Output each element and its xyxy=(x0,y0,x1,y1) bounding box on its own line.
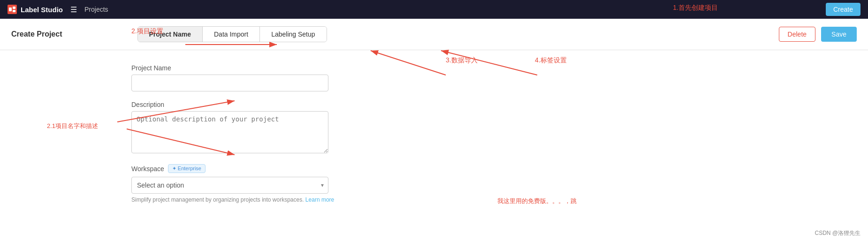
annotation-create-project: 1.首先创建项目 xyxy=(673,4,718,12)
learn-more-link[interactable]: Learn more xyxy=(305,196,334,203)
annotation-free-version: 我这里用的免费版。。。，跳 xyxy=(497,197,577,205)
help-text-content: Simplify project management by organizin… xyxy=(131,196,304,203)
tab-data-import[interactable]: Data Import xyxy=(203,27,260,42)
navbar-right: Create xyxy=(826,3,860,16)
csdn-watermark: CSDN @洛狸先生 xyxy=(815,229,860,237)
navbar-section: Projects xyxy=(84,6,108,13)
annotation-labeling-setup: 4.标签设置 xyxy=(535,56,567,65)
page-title: Create Project xyxy=(11,30,62,38)
tab-bar: Project Name Data Import Labeling Setup xyxy=(137,26,327,42)
form-area: Project Name Description Workspace ✦ Ent… xyxy=(0,50,422,226)
annotation-data-import: 3.数据导入 xyxy=(446,56,478,65)
enterprise-badge: ✦ Enterprise xyxy=(168,164,206,173)
save-button[interactable]: Save xyxy=(821,27,857,42)
description-group: Description xyxy=(131,101,422,155)
main-area: Create Project 2.项目设置 Project Name Data … xyxy=(0,19,868,241)
header-actions: Delete Save xyxy=(779,27,857,42)
tab-labeling-setup[interactable]: Labeling Setup xyxy=(260,27,326,42)
logo-icon xyxy=(8,5,17,14)
project-name-label: Project Name xyxy=(131,64,422,72)
create-button-nav[interactable]: Create xyxy=(826,3,860,16)
workspace-select[interactable] xyxy=(131,177,328,194)
app-container: Label Studio ☰ Projects 1.首先创建项目 Create … xyxy=(0,0,868,241)
workspace-label: Workspace xyxy=(131,165,164,173)
annotation-project-settings: 2.项目设置 xyxy=(131,27,163,36)
navbar: Label Studio ☰ Projects 1.首先创建项目 Create xyxy=(0,0,868,19)
app-logo: Label Studio xyxy=(8,5,63,14)
project-name-group: Project Name xyxy=(131,64,422,91)
svg-rect-0 xyxy=(9,8,12,11)
annotation-project-name-desc: 2.1项目名字和描述 xyxy=(47,122,98,130)
svg-rect-1 xyxy=(13,7,15,9)
workspace-group: Workspace ✦ Enterprise ▾ Select an optio… xyxy=(131,164,422,203)
delete-button[interactable]: Delete xyxy=(779,27,815,42)
app-title: Label Studio xyxy=(21,6,63,14)
select-wrapper: ▾ Select an option xyxy=(131,177,328,194)
menu-icon[interactable]: ☰ xyxy=(70,5,77,14)
workspace-help-text: Simplify project management by organizin… xyxy=(131,196,422,203)
description-textarea[interactable] xyxy=(131,111,328,153)
svg-rect-2 xyxy=(13,10,15,12)
workspace-label-row: Workspace ✦ Enterprise xyxy=(131,164,422,173)
page-header: Create Project 2.项目设置 Project Name Data … xyxy=(0,19,868,50)
description-label: Description xyxy=(131,101,422,108)
project-name-input[interactable] xyxy=(131,75,328,91)
